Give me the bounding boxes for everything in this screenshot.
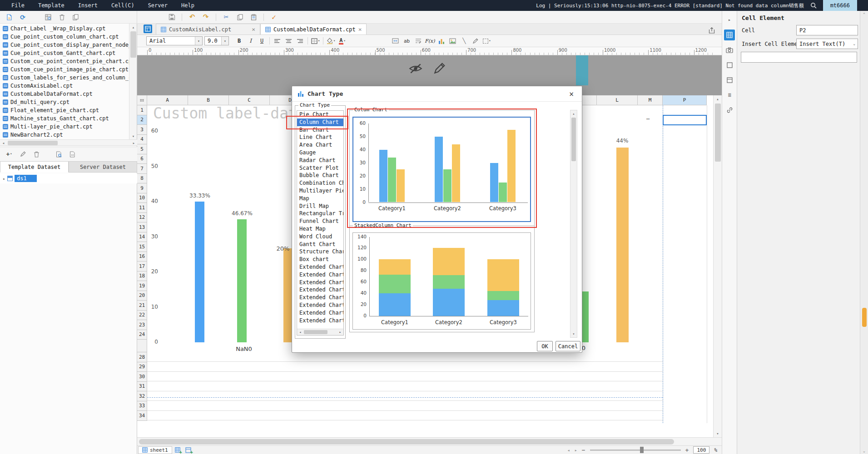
row-header-24[interactable]: 24 xyxy=(137,330,147,340)
chart-type-option[interactable]: Line Chart xyxy=(297,133,343,141)
align-left-button[interactable] xyxy=(272,36,283,46)
chart-type-option[interactable]: Heat Map xyxy=(297,225,343,233)
row-header-34[interactable]: 34 xyxy=(137,411,147,421)
file-tab[interactable]: CustomAxisLabel.cpt× xyxy=(156,24,260,35)
file-item[interactable]: Multi-layer_pie_chart.cpt xyxy=(0,123,129,131)
row-header-29[interactable]: 29 xyxy=(137,362,147,372)
chart-type-option[interactable]: Extended Chart - Gl xyxy=(297,271,343,279)
prev-page-icon[interactable]: ◂ xyxy=(567,448,570,453)
chart-type-option[interactable]: Structure Chart xyxy=(297,248,343,256)
align-right-button[interactable] xyxy=(294,36,306,46)
chart-type-option[interactable]: Bubble Chart xyxy=(297,172,343,179)
scroll-down-icon[interactable]: ▾ xyxy=(570,331,577,337)
row-header-28[interactable]: 28 xyxy=(137,352,147,362)
expand-caret-icon[interactable]: ▸ xyxy=(3,176,5,181)
add-poly-sheet-button[interactable]: + xyxy=(183,445,194,454)
file-item[interactable]: CustomLabelDataFormat.cpt xyxy=(0,90,129,98)
log-status-text[interactable]: Log | Seriously:15:13:06 http-nio-8075-e… xyxy=(536,2,804,9)
duplicate-button[interactable] xyxy=(70,12,81,22)
chart-type-option[interactable]: Word Cloud xyxy=(297,233,343,241)
scrollbar-thumb[interactable] xyxy=(8,141,58,145)
close-icon[interactable]: × xyxy=(252,26,255,33)
scrollbar-thumb[interactable] xyxy=(304,330,327,334)
menu-template[interactable]: Template xyxy=(31,2,71,9)
scroll-up-icon[interactable]: ⌃ xyxy=(860,11,868,17)
panel-collapse-button[interactable]: ▸ xyxy=(724,15,735,25)
zoom-slider-thumb[interactable] xyxy=(640,447,644,453)
row-header-31[interactable]: 31 xyxy=(137,382,147,392)
menu-server[interactable]: Server xyxy=(141,2,174,9)
formula-button[interactable]: F(x) xyxy=(424,36,436,46)
report-block-button[interactable] xyxy=(724,74,735,85)
column-header-M[interactable]: M xyxy=(638,95,663,105)
chart-type-option[interactable]: Column Chart xyxy=(297,118,343,126)
row-header-20[interactable]: 20 xyxy=(137,291,147,301)
chart-type-option[interactable]: Gauge xyxy=(297,149,343,157)
refresh-button[interactable]: ⟳ xyxy=(17,12,28,22)
file-item[interactable]: Custom_cue_point_content_pie_chart.cp xyxy=(0,57,129,65)
chart-type-option[interactable]: Pie Chart xyxy=(297,111,343,118)
file-item[interactable]: CustomAxisLabel.cpt xyxy=(0,82,129,90)
row-header-7[interactable]: 7 xyxy=(137,164,147,174)
chart-type-option[interactable]: Funnel Chart xyxy=(297,217,343,225)
select-all-corner[interactable] xyxy=(137,95,147,105)
cell-attributes-button[interactable]: ▾ xyxy=(481,36,492,46)
scroll-up-icon[interactable]: ▴ xyxy=(570,110,577,117)
insert-pen-button[interactable] xyxy=(470,36,481,46)
chart-type-option[interactable]: Box chart xyxy=(297,256,343,263)
scrollbar-thumb[interactable] xyxy=(862,308,867,327)
widget-button[interactable] xyxy=(724,59,735,70)
zoom-value[interactable]: 100 xyxy=(693,446,709,454)
row-header-4[interactable]: 4 xyxy=(137,135,147,145)
insert-line-button[interactable]: ╲ xyxy=(458,36,470,46)
column-header-C[interactable]: C xyxy=(229,95,270,105)
chart-type-option[interactable]: Area Chart xyxy=(297,141,343,149)
chart-type-option[interactable]: Extended Chart - Sc xyxy=(297,263,343,271)
insert-image-button[interactable] xyxy=(447,36,458,46)
row-header-33[interactable]: 33 xyxy=(137,401,147,411)
preview-dataset-button[interactable] xyxy=(54,149,64,159)
paste-button[interactable] xyxy=(248,12,259,22)
chart-type-option[interactable]: Extended Chart - Ma xyxy=(297,279,343,286)
undo-button[interactable]: ↶ xyxy=(187,12,198,22)
scroll-left-icon[interactable]: ◂ xyxy=(297,329,303,335)
file-item[interactable]: Chart_Label _Wrap_Display.cpt xyxy=(0,25,129,33)
column-header-L[interactable]: L xyxy=(597,95,638,105)
underline-button[interactable]: U xyxy=(256,36,268,46)
insert-type-select[interactable]: Insert Text(T) ⌄ xyxy=(796,39,858,49)
menu-insert[interactable]: Insert xyxy=(71,2,104,9)
row-header-18[interactable]: 18 xyxy=(137,271,147,281)
row-header-8[interactable]: 8 xyxy=(137,174,147,184)
file-item[interactable]: NewBarchart2.cpt xyxy=(0,131,129,139)
delete-dataset-button[interactable] xyxy=(31,149,42,159)
redo-button[interactable]: ↷ xyxy=(200,12,211,22)
dataset-tab-server-dataset[interactable]: Server Dataset xyxy=(69,161,137,173)
dialog-titlebar[interactable]: Chart Type × xyxy=(292,86,582,102)
row-header-19[interactable]: 19 xyxy=(137,281,147,291)
row-header-32[interactable]: 32 xyxy=(137,391,147,401)
chevron-down-icon[interactable]: ▾ xyxy=(221,37,228,45)
scrollbar-thumb[interactable] xyxy=(571,118,576,161)
scroll-up-icon[interactable]: ▴ xyxy=(129,24,137,30)
row-header-5[interactable]: 5 xyxy=(137,144,147,154)
dataset-config-button[interactable] xyxy=(67,149,78,159)
row-header-17[interactable]: 17 xyxy=(137,262,147,271)
close-icon[interactable]: × xyxy=(358,26,362,33)
zoom-in-icon[interactable]: + xyxy=(685,447,689,454)
cell-name-field[interactable]: P2 xyxy=(796,25,858,35)
chart-type-option[interactable]: Drill Map xyxy=(297,202,343,210)
scroll-right-icon[interactable]: ▸ xyxy=(337,329,343,335)
file-item[interactable]: Custom_cue_point_image_pie_chart.cpt xyxy=(0,65,129,74)
menu-file[interactable]: File xyxy=(5,2,31,9)
merge-cells-button[interactable] xyxy=(390,36,401,46)
align-center-button[interactable] xyxy=(283,36,294,46)
cell-element-button[interactable] xyxy=(724,30,735,40)
menu-cellc[interactable]: Cell(C) xyxy=(104,2,141,9)
scroll-left-icon[interactable]: ◂ xyxy=(0,140,7,146)
outline-list-button[interactable]: ≣ xyxy=(724,89,735,100)
chart-type-option[interactable]: Map xyxy=(297,195,343,202)
new-template-button[interactable] xyxy=(4,12,15,22)
row-header-23[interactable]: 23 xyxy=(137,320,147,330)
menu-help[interactable]: Help xyxy=(174,2,201,9)
column-header-P[interactable]: P xyxy=(663,95,707,105)
